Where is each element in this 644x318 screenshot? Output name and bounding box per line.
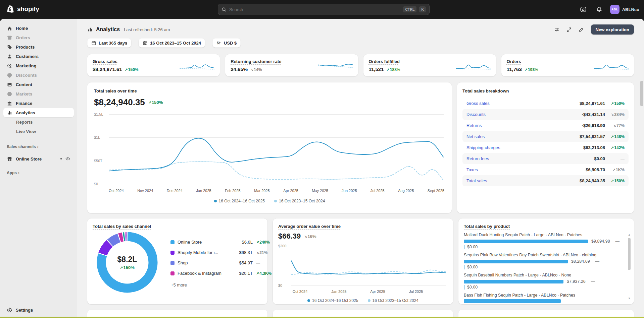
- breakdown-row: Returns-$26,618.90↘77%: [462, 120, 629, 131]
- swap-icon: [554, 27, 560, 33]
- more-channels-link[interactable]: +5 more: [171, 282, 187, 288]
- legend-swatch: [170, 261, 175, 265]
- x-axis-label: Jun 2025: [342, 189, 357, 193]
- product-bar: [464, 260, 568, 263]
- sidebar-item-online-store[interactable]: Online Store: [3, 154, 74, 164]
- scroll-up-icon[interactable]: ▲: [628, 233, 631, 237]
- breakdown-link[interactable]: Taxes: [466, 167, 478, 172]
- sidebar-item-settings[interactable]: Settings: [3, 305, 74, 315]
- new-exploration-button[interactable]: New exploration: [591, 24, 634, 35]
- x-axis-label: Sept 2025: [428, 189, 444, 193]
- sales-channels-header[interactable]: Sales channels ›: [3, 142, 74, 151]
- x-axis-label: Jan 2025: [196, 189, 211, 193]
- metric-card-orders: Orders 11,763↗193%: [501, 54, 634, 76]
- storefront-icon: [7, 156, 12, 162]
- metric-card-gross-sales: Gross sales $8,24,871.61↗150%: [87, 54, 220, 76]
- product-list-scrollbar[interactable]: ▲ ▼: [627, 233, 631, 300]
- legend-swatch: [170, 271, 175, 275]
- metric-title[interactable]: Gross sales: [93, 59, 139, 64]
- edit-icon: [578, 27, 584, 33]
- sidebar-item-markets[interactable]: Markets: [3, 89, 74, 99]
- x-axis-label: Feb 2025: [225, 189, 240, 193]
- card-title[interactable]: Total sales by sales channel: [93, 224, 151, 229]
- product-prev-value: $0.00: [464, 245, 629, 249]
- total-sales-over-time-card: Total sales over time $8,24,940.35 ↗150%…: [87, 82, 452, 213]
- home-icon: [7, 25, 12, 31]
- date-range-pill[interactable]: Last 365 days: [87, 38, 131, 48]
- breakdown-link[interactable]: Shipping charges: [466, 145, 500, 150]
- sparkline-chart: [456, 59, 491, 72]
- scrollbar-thumb[interactable]: [628, 238, 631, 270]
- person-icon: [7, 54, 12, 59]
- breakdown-link[interactable]: Discounts: [466, 112, 486, 117]
- chevron-right-icon: ›: [18, 171, 19, 175]
- notifications-button[interactable]: [594, 4, 605, 15]
- sidebar-item-marketing[interactable]: Marketing: [3, 61, 74, 70]
- image-icon: [7, 82, 12, 87]
- card-title[interactable]: Total sales over time: [94, 88, 137, 93]
- sidekick-button[interactable]: [578, 4, 589, 15]
- compare-calendar-icon: [143, 41, 148, 46]
- breakdown-row: Total sales$8,24,940.35↗150%: [462, 175, 629, 186]
- breakdown-row: Gross sales$8,24,871.61↗150%: [462, 98, 629, 109]
- channel-legend-item: Shopify Mobile for i...$68.3T↘21%: [170, 247, 275, 258]
- breakdown-link[interactable]: Total sales: [466, 178, 487, 183]
- bank-icon: [7, 101, 12, 106]
- edit-button[interactable]: [576, 24, 586, 35]
- y-axis-label: $50T: [94, 159, 105, 163]
- sidebar-item-customers[interactable]: Customers: [3, 52, 74, 61]
- expand-button[interactable]: [564, 24, 574, 35]
- breakdown-link[interactable]: Return fees: [466, 156, 489, 161]
- metric-title[interactable]: Returning customer rate: [231, 59, 281, 64]
- y-axis-label: $0: [278, 283, 290, 288]
- sidebar-item-discounts[interactable]: Discounts: [3, 70, 74, 80]
- sidebar-item-products[interactable]: Products: [3, 42, 74, 52]
- aov-value: $66.39: [278, 232, 301, 241]
- y-axis-label: $1.5L: [94, 112, 105, 116]
- total-sales-line-chart: [109, 112, 444, 186]
- eye-icon[interactable]: [65, 156, 70, 162]
- product-bar: [464, 240, 588, 243]
- shopify-logo[interactable]: shopify: [7, 5, 39, 13]
- page-title: Analytics: [96, 26, 120, 33]
- breakdown-link[interactable]: Returns: [466, 123, 482, 128]
- compare-range-pill[interactable]: 16 Oct 2023–15 Oct 2024: [139, 38, 205, 48]
- shopify-bag-icon: [7, 5, 15, 13]
- sidebar-item-analytics[interactable]: Analytics: [3, 108, 74, 117]
- sidebar-item-live-view[interactable]: Live View: [3, 127, 74, 136]
- x-axis-label: May 2025: [312, 189, 328, 193]
- avatar: ABL: [610, 5, 620, 14]
- sidebar-item-finance[interactable]: Finance: [3, 99, 74, 108]
- metric-title[interactable]: Orders: [507, 59, 538, 64]
- card-title[interactable]: Total sales by product: [464, 224, 510, 229]
- breakdown-link[interactable]: Net sales: [466, 134, 485, 139]
- x-axis-label: Nov 2024: [137, 189, 153, 193]
- apps-header[interactable]: Apps ›: [3, 168, 74, 178]
- channel-legend-item: Shop$54.9T—: [170, 258, 275, 268]
- page-scrollbar-thumb[interactable]: [640, 81, 643, 106]
- account-menu[interactable]: ABL ABLNco: [610, 5, 639, 14]
- total-sales-breakdown-card: Total sales breakdown Gross sales$8,24,8…: [457, 82, 634, 213]
- legend-swatch: [170, 240, 175, 244]
- sidebar-item-orders[interactable]: Orders: [3, 33, 74, 42]
- product-bar: [464, 299, 561, 303]
- sidebar-item-home[interactable]: Home: [3, 23, 74, 33]
- card-title[interactable]: Average order value over time: [278, 224, 341, 229]
- metric-value: 24.65%: [231, 66, 248, 72]
- x-axis-label: Mar 2025: [254, 189, 269, 193]
- metric-change: ↗188%: [387, 67, 400, 72]
- metric-title[interactable]: Orders fulfilled: [369, 59, 400, 64]
- swap-button[interactable]: [552, 24, 562, 35]
- sidekick-icon: [580, 6, 587, 13]
- breakdown-link[interactable]: Gross sales: [466, 101, 490, 106]
- search-input[interactable]: [229, 7, 400, 12]
- product-row: Sequins Pink Bow Valentines Day Patch Sw…: [464, 253, 629, 269]
- sidebar-item-reports[interactable]: Reports: [3, 117, 74, 127]
- currency-pill[interactable]: $ USD $: [212, 38, 241, 48]
- sidebar-item-content[interactable]: Content: [3, 80, 74, 89]
- scroll-down-icon[interactable]: ▼: [628, 297, 631, 300]
- card-title[interactable]: Total sales breakdown: [462, 88, 509, 93]
- x-axis-label: Aug 2025: [398, 189, 414, 193]
- orders-icon: [7, 35, 12, 41]
- global-search[interactable]: CTRL K: [218, 4, 430, 15]
